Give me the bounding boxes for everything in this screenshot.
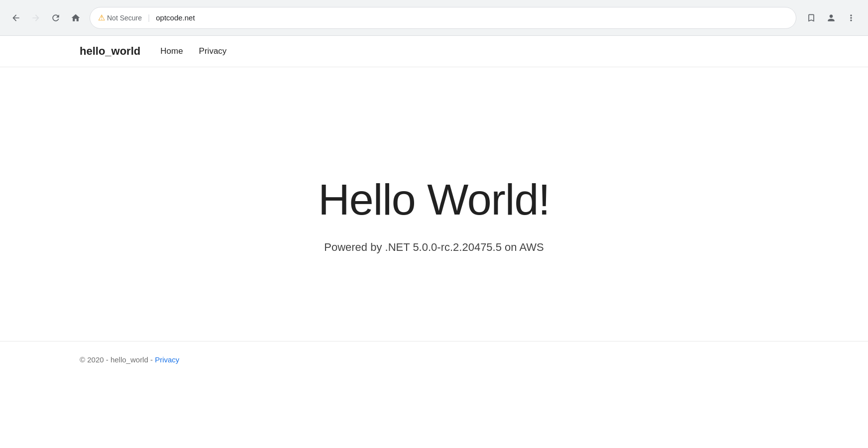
navbar-link-privacy[interactable]: Privacy [199,46,227,56]
browser-chrome: ⚠ Not Secure | optcode.net [0,0,868,36]
main-content: Hello World! Powered by .NET 5.0.0-rc.2.… [0,67,868,341]
address-separator: | [148,13,150,22]
bookmark-button[interactable] [802,9,820,27]
forward-button[interactable] [28,10,44,26]
reload-button[interactable] [48,10,64,26]
warning-triangle-icon: ⚠ [98,13,105,22]
profile-button[interactable] [822,9,840,27]
footer-text: © 2020 - hello_world - Privacy [80,355,179,364]
navbar: hello_world Home Privacy [0,36,868,67]
security-label: Not Secure [107,14,142,22]
browser-actions [802,9,860,27]
website-content: hello_world Home Privacy Hello World! Po… [0,36,868,378]
navbar-brand[interactable]: hello_world [80,45,140,58]
security-warning: ⚠ Not Secure [98,13,142,22]
footer: © 2020 - hello_world - Privacy [0,341,868,378]
home-button[interactable] [68,10,84,26]
footer-copyright: © 2020 - hello_world - [80,355,155,364]
navbar-link-home[interactable]: Home [160,46,183,56]
address-bar[interactable]: ⚠ Not Secure | optcode.net [90,7,796,29]
back-button[interactable] [8,10,24,26]
hero-title: Hello World! [318,174,550,225]
nav-buttons [8,10,84,26]
footer-privacy-link[interactable]: Privacy [155,355,179,364]
address-url: optcode.net [156,13,788,22]
hero-subtitle: Powered by .NET 5.0.0-rc.2.20475.5 on AW… [324,241,543,254]
menu-button[interactable] [842,9,860,27]
